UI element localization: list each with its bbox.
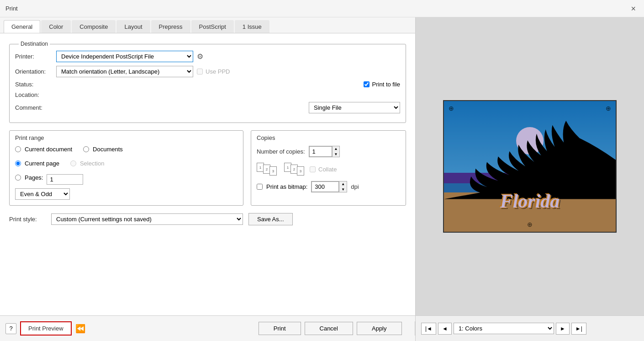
help-button[interactable]: ?	[5, 323, 16, 334]
main-area: General Color Composite Layout Prepress …	[0, 17, 644, 341]
selection-radio[interactable]	[70, 160, 76, 166]
destination-legend: Destination	[19, 41, 50, 47]
cancel-button[interactable]: Cancel	[305, 322, 353, 335]
destination-fieldset: Destination Printer: Device Independent …	[9, 41, 406, 123]
bottom-actions: Print Cancel Apply	[251, 322, 409, 335]
print-to-file-label: Print to file	[364, 81, 400, 88]
crosshair-bc: ⊕	[527, 221, 533, 228]
current-page-label: Current page	[25, 160, 59, 167]
copies-spinner-buttons: ▲ ▼	[332, 146, 340, 157]
use-ppd-checkbox[interactable]	[197, 69, 203, 75]
colors-select[interactable]: 1: Colors	[454, 323, 554, 334]
orientation-row: Orientation: Match orientation (Letter, …	[15, 66, 400, 77]
single-file-select[interactable]: Single File Multiple Files	[309, 102, 400, 113]
tab-content: Destination Printer: Device Independent …	[0, 33, 415, 315]
print-style-select[interactable]: Custom (Current settings not saved)	[51, 213, 243, 225]
selection-label: Selection	[80, 160, 104, 167]
radio-group-1: Current document Documents	[15, 146, 238, 156]
copies-down-button[interactable]: ▼	[333, 152, 340, 157]
dpi-unit: dpi	[351, 183, 359, 190]
pages-radio[interactable]	[15, 175, 21, 181]
even-odd-select[interactable]: Even & Odd Even Odd	[15, 188, 70, 200]
location-row: Location:	[15, 91, 400, 98]
status-label: Status:	[15, 81, 56, 88]
copies-title: Copies	[257, 134, 400, 141]
gear-icon[interactable]: ⚙	[197, 52, 203, 61]
coll-page-1c: 3	[269, 166, 277, 176]
pages-row: Pages: 1	[15, 174, 238, 185]
print-button[interactable]: Print	[259, 322, 301, 335]
tabs-container: General Color Composite Layout Prepress …	[0, 17, 415, 33]
print-style-label: Print style:	[9, 216, 46, 223]
preview-area: Florida ⊕ ⊕ ⊕	[416, 17, 644, 315]
selection-option[interactable]: Selection	[70, 160, 104, 167]
dpi-spinner[interactable]: ▲ ▼	[311, 181, 347, 192]
dpi-down-button[interactable]: ▼	[339, 187, 347, 192]
location-label: Location:	[15, 91, 56, 98]
tab-prepress[interactable]: Prepress	[151, 20, 190, 33]
copies-up-button[interactable]: ▲	[333, 146, 340, 152]
copies-input[interactable]	[309, 146, 332, 157]
copies-section: Copies Number of copies: ▲ ▼	[251, 130, 406, 206]
crosshair-tl: ⊕	[449, 105, 454, 112]
print-range-title: Print range	[15, 134, 238, 141]
dpi-up-button[interactable]: ▲	[339, 181, 347, 187]
use-ppd-text: Use PPD	[206, 68, 230, 75]
collate-checkbox[interactable]	[310, 166, 316, 172]
nav-last-button[interactable]: ►|	[571, 323, 586, 335]
nav-first-button[interactable]: |◄	[421, 323, 436, 335]
dialog-title: Print	[5, 5, 18, 12]
printer-select[interactable]: Device Independent PostScript File	[56, 51, 193, 62]
tab-layout[interactable]: Layout	[116, 20, 150, 33]
pages-input[interactable]: 1	[47, 174, 83, 185]
tab-composite[interactable]: Composite	[72, 20, 116, 33]
save-as-button[interactable]: Save As...	[248, 213, 293, 225]
pages-option[interactable]: Pages:	[15, 174, 43, 181]
nav-bar: |◄ ◄ 1: Colors ► ►|	[416, 315, 644, 341]
documents-radio[interactable]	[83, 146, 89, 152]
crosshair-tr: ⊕	[606, 105, 611, 112]
orientation-select[interactable]: Match orientation (Letter, Landscape) Po…	[56, 66, 193, 77]
nav-prev-button[interactable]: ◄	[438, 323, 452, 335]
print-preview-image: Florida ⊕ ⊕ ⊕	[443, 100, 617, 233]
left-panel: General Color Composite Layout Prepress …	[0, 17, 416, 341]
dpi-spinner-buttons: ▲ ▼	[339, 181, 347, 192]
bitmap-label: Print as bitmap:	[266, 183, 307, 190]
rewind-icon[interactable]: ⏪	[75, 324, 85, 334]
tab-1issue[interactable]: 1 Issue	[235, 20, 269, 33]
num-copies-label: Number of copies:	[257, 148, 305, 155]
close-button[interactable]: ×	[628, 4, 639, 14]
current-page-option[interactable]: Current page	[15, 160, 59, 167]
collate-label[interactable]: Collate	[310, 166, 337, 173]
current-document-option[interactable]: Current document	[15, 146, 72, 153]
tab-postscript[interactable]: PostScript	[191, 20, 234, 33]
bottom-left: ? Print Preview ⏪ Print Cancel Apply	[0, 321, 415, 336]
print-preview-button[interactable]: Print Preview	[20, 321, 72, 336]
bitmap-checkbox[interactable]	[257, 184, 263, 190]
preview-overlay	[444, 101, 616, 232]
collation-icon-1: 1 2 3	[257, 163, 277, 176]
comment-label: Comment:	[15, 104, 56, 111]
apply-button[interactable]: Apply	[357, 322, 402, 335]
comment-row: Comment: Single File Multiple Files	[15, 102, 400, 113]
current-document-label: Current document	[25, 146, 72, 153]
documents-label: Documents	[93, 146, 123, 153]
collation-icons: 1 2 3 1 2 3 Collate	[257, 163, 400, 176]
current-page-radio[interactable]	[15, 160, 21, 166]
documents-option[interactable]: Documents	[83, 146, 123, 153]
copies-row: Number of copies: ▲ ▼	[257, 146, 400, 157]
status-row: Status: Print to file	[15, 81, 400, 88]
tab-general[interactable]: General	[4, 20, 40, 33]
copies-spinner[interactable]: ▲ ▼	[309, 146, 340, 157]
title-bar: Print ×	[0, 0, 644, 17]
print-to-file-text: Print to file	[372, 81, 400, 88]
pages-label: Pages:	[25, 174, 43, 181]
use-ppd-label: Use PPD	[197, 68, 230, 75]
collation-icon-2: 1 2 3	[284, 163, 304, 176]
print-to-file-checkbox[interactable]	[364, 81, 370, 87]
tab-color[interactable]: Color	[41, 20, 71, 33]
current-document-radio[interactable]	[15, 146, 21, 152]
right-panel: Florida ⊕ ⊕ ⊕ |◄ ◄ 1: Colors ► ►|	[416, 17, 644, 341]
dpi-input[interactable]	[311, 181, 339, 192]
nav-next-button[interactable]: ►	[556, 323, 570, 335]
